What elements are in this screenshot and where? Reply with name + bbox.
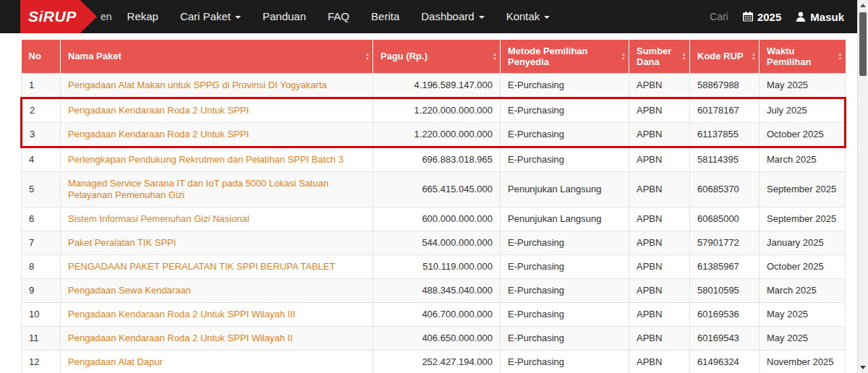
- cell-pagu: 665.415.045.000: [373, 171, 501, 207]
- sort-icon: [838, 52, 843, 61]
- cell-sumber: APBN: [629, 254, 690, 278]
- nav-menu-item: Dashboard: [410, 0, 495, 33]
- cell-nama: Pengadaan Alat Makan untuk SPPG di Provi…: [61, 73, 373, 98]
- cell-sumber: APBN: [629, 278, 690, 302]
- cell-nama: Sistem Informasi Pemenuhan Gizi Nasional: [61, 207, 373, 231]
- column-header-nama-paket[interactable]: Nama Paket: [61, 40, 373, 73]
- cell-no: 9: [22, 278, 61, 302]
- cell-metode: E-Purchasing: [501, 278, 629, 302]
- cell-waktu: March 2025: [760, 278, 846, 302]
- cell-no: 10: [22, 302, 61, 326]
- column-header-sumber-dana[interactable]: Sumber Dana: [629, 40, 690, 73]
- cell-metode: E-Purchasing: [501, 122, 629, 147]
- cell-metode: Penunjukan Langsung: [501, 207, 629, 231]
- nav-item-rekap[interactable]: Rekap: [116, 0, 169, 33]
- cell-metode: E-Purchasing: [501, 350, 629, 373]
- cell-nama: Pengadaan Alat Dapur: [61, 350, 373, 373]
- column-header-label: Sumber Dana: [637, 46, 671, 67]
- vertical-scrollbar[interactable]: [857, 0, 868, 373]
- cell-sumber: APBN: [629, 326, 690, 350]
- cell-pagu: 252.427.194.000: [373, 350, 501, 373]
- cell-waktu: March 2025: [760, 147, 846, 171]
- column-header-waktu-pemilihan[interactable]: Waktu Pemilihan: [760, 40, 846, 73]
- table-row: 11Pengadaan Kendaraan Roda 2 Untuk SPPI …: [22, 326, 846, 350]
- cell-kode: 57901772: [690, 231, 760, 254]
- cell-metode: E-Purchasing: [501, 254, 629, 278]
- cell-waktu: May 2025: [760, 326, 846, 350]
- table-row: 12Pengadaan Alat Dapur252.427.194.000E-P…: [22, 350, 846, 373]
- scrollbar-thumb[interactable]: [859, 12, 867, 76]
- sort-icon: [365, 52, 370, 61]
- column-header-label: Pagu (Rp.): [380, 51, 427, 61]
- cell-metode: E-Purchasing: [501, 98, 629, 122]
- cell-metode: E-Purchasing: [501, 73, 629, 98]
- cell-nama: Managed Service Sarana IT dan IoT pada 5…: [61, 171, 373, 207]
- table-row: 4Perlengkapan Pendukung Rekrutmen dan Pe…: [22, 147, 846, 171]
- nav-item-faq[interactable]: FAQ: [317, 0, 360, 33]
- cell-pagu: 1.220.000.000.000: [373, 122, 501, 147]
- cell-pagu: 544.000.000.000: [373, 231, 501, 254]
- cell-waktu: May 2025: [760, 73, 846, 98]
- cell-metode: E-Purchasing: [501, 231, 629, 254]
- cell-pagu: 696.883.018.965: [373, 147, 501, 171]
- nav-menu-item: Panduan: [252, 0, 317, 33]
- sirup-logo[interactable]: SiRUP: [20, 0, 97, 33]
- column-header-kode-rup[interactable]: Kode RUP: [690, 40, 760, 73]
- paket-link[interactable]: Paket Peralatan TIK SPPI: [68, 237, 176, 248]
- year-selector[interactable]: 2025: [743, 11, 781, 23]
- paket-link[interactable]: Managed Service Sarana IT dan IoT pada 5…: [68, 178, 328, 200]
- column-header-label: Waktu Pemilihan: [767, 46, 811, 67]
- cell-sumber: APBN: [629, 98, 690, 122]
- cell-metode: Penunjukan Langsung: [501, 171, 629, 207]
- paket-link[interactable]: Pengadaan Alat Makan untuk SPPG di Provi…: [68, 80, 327, 90]
- cell-nama: PENGADAAN PAKET PERALATAN TIK SPPI BERUP…: [61, 254, 373, 278]
- nav-item-panduan[interactable]: Panduan: [252, 0, 317, 33]
- cell-metode: E-Purchasing: [501, 326, 629, 350]
- cell-no: 12: [22, 350, 61, 373]
- main-content: NoNama PaketPagu (Rp.)Metode Pemilihan P…: [0, 33, 857, 373]
- table-row: 3Pengadaan Kendaraan Roda 2 Untuk SPPI1.…: [22, 122, 846, 147]
- column-header-label: Kode RUP: [697, 51, 744, 61]
- column-header-no: No: [22, 40, 61, 73]
- paket-link[interactable]: Pengadaan Kendaraan Roda 2 Untuk SPPI: [68, 129, 249, 140]
- column-header-pagu-rp[interactable]: Pagu (Rp.): [373, 40, 501, 73]
- cell-kode: 60169543: [690, 326, 760, 350]
- cell-no: 3: [22, 122, 61, 147]
- cell-pagu: 1.220.000.000.000: [373, 98, 501, 122]
- cell-sumber: APBN: [629, 302, 690, 326]
- cell-metode: E-Purchasing: [501, 302, 629, 326]
- paket-link[interactable]: Pengadaan Alat Dapur: [68, 356, 163, 367]
- cell-waktu: July 2025: [760, 98, 846, 122]
- cell-waktu: October 2025: [760, 122, 846, 147]
- column-header-metode-pemilihan-penyedia[interactable]: Metode Pemilihan Penyedia: [501, 40, 629, 73]
- column-header-label: Nama Paket: [68, 51, 122, 61]
- cell-sumber: APBN: [629, 147, 690, 171]
- year-label: 2025: [757, 11, 781, 23]
- cell-no: 4: [22, 147, 61, 171]
- cell-waktu: October 2025: [760, 254, 846, 278]
- paket-link[interactable]: Pengadaan Kendaraan Roda 2 Untuk SPPI: [68, 105, 249, 116]
- paket-link[interactable]: Pengadaan Kendaraan Roda 2 Untuk SPPI Wi…: [68, 333, 293, 343]
- chevron-down-icon: [235, 16, 241, 19]
- nav-item-berita[interactable]: Berita: [360, 0, 410, 33]
- cell-no: 8: [22, 254, 61, 278]
- scroll-up-arrow-icon[interactable]: [858, 0, 868, 11]
- nav-item-dashboard[interactable]: Dashboard: [410, 0, 495, 33]
- cell-sumber: APBN: [629, 122, 690, 147]
- paket-link[interactable]: Pengadaan Kendaraan Roda 2 Untuk SPPI Wi…: [68, 309, 295, 320]
- login-button[interactable]: Masuk: [796, 11, 844, 23]
- cell-kode: 58114395: [690, 147, 760, 171]
- paket-link[interactable]: Perlengkapan Pendukung Rekrutmen dan Pel…: [68, 154, 344, 165]
- paket-link[interactable]: PENGADAAN PAKET PERALATAN TIK SPPI BERUP…: [68, 261, 335, 272]
- cell-kode: 60169536: [690, 302, 760, 326]
- paket-link[interactable]: Pengadaan Sewa Kendaraan: [68, 285, 191, 296]
- nav-search-label[interactable]: Cari: [710, 11, 728, 22]
- nav-item-kontak[interactable]: Kontak: [495, 0, 561, 33]
- nav-item-cari-paket[interactable]: Cari Paket: [169, 0, 252, 33]
- paket-link[interactable]: Sistem Informasi Pemenuhan Gizi Nasional: [68, 213, 250, 224]
- cell-nama: Pengadaan Kendaraan Roda 2 Untuk SPPI: [61, 122, 373, 147]
- column-header-label: Metode Pemilihan Penyedia: [508, 46, 588, 67]
- table-row: 2Pengadaan Kendaraan Roda 2 Untuk SPPI1.…: [22, 98, 846, 122]
- scroll-down-arrow-icon[interactable]: [858, 362, 868, 373]
- cell-pagu: 488.345.040.000: [373, 278, 501, 302]
